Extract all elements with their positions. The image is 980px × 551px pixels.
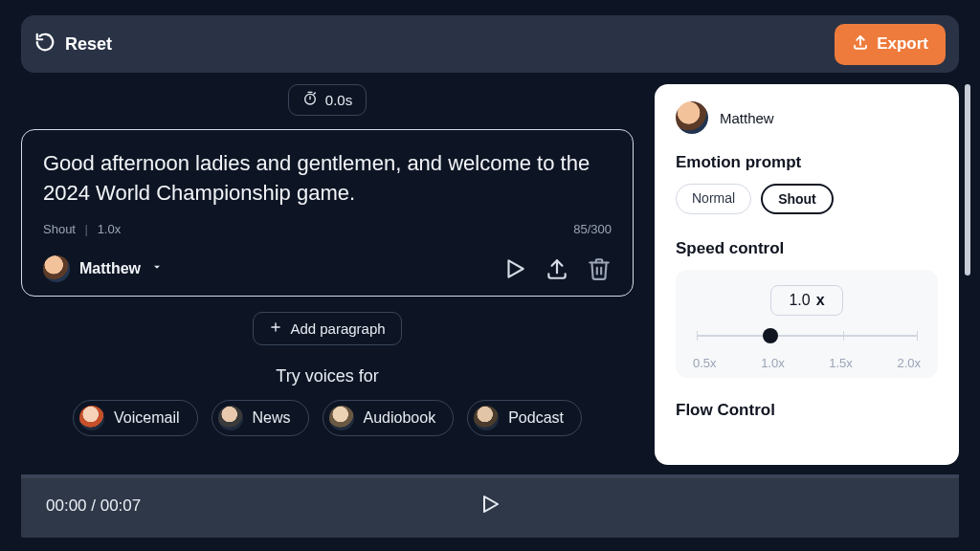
voice-select[interactable]: Matthew bbox=[43, 255, 164, 282]
avatar-icon bbox=[329, 406, 354, 430]
reset-button[interactable]: Reset bbox=[34, 32, 112, 57]
voice-chip-voicemail[interactable]: Voicemail bbox=[73, 400, 197, 436]
voice-name: Matthew bbox=[79, 260, 141, 277]
reset-label: Reset bbox=[65, 34, 112, 55]
meta-left: Shout | 1.0x bbox=[43, 222, 121, 236]
emotion-pill-shout[interactable]: Shout bbox=[761, 184, 834, 214]
svg-marker-5 bbox=[509, 260, 523, 276]
chip-label: Voicemail bbox=[114, 409, 179, 427]
slider-tick bbox=[697, 331, 698, 341]
play-icon-button[interactable] bbox=[502, 256, 527, 281]
time-display: 00:00 / 00:07 bbox=[46, 496, 141, 516]
scrollbar[interactable] bbox=[965, 84, 970, 276]
voice-chip-audiobook[interactable]: Audiobook bbox=[323, 400, 455, 436]
chip-label: Audiobook bbox=[364, 409, 436, 427]
avatar-icon bbox=[43, 255, 70, 282]
side-panel: Matthew Emotion prompt Normal Shout Spee… bbox=[655, 84, 959, 465]
avatar-icon bbox=[79, 406, 104, 430]
emotion-pills: Normal Shout bbox=[676, 184, 938, 214]
char-count: 85/300 bbox=[573, 222, 612, 236]
paragraph-card[interactable]: Good afternoon ladies and gentlemen, and… bbox=[21, 129, 634, 297]
paragraph-meta: Shout | 1.0x 85/300 bbox=[43, 222, 612, 236]
svg-marker-9 bbox=[484, 496, 498, 512]
speed-number: 1.0 bbox=[789, 292, 810, 309]
export-label: Export bbox=[877, 34, 928, 54]
chip-label: Podcast bbox=[508, 409, 564, 427]
svg-line-4 bbox=[314, 93, 315, 94]
voice-chip-podcast[interactable]: Podcast bbox=[467, 400, 582, 436]
stopwatch-icon bbox=[302, 91, 318, 109]
slider-thumb[interactable] bbox=[763, 328, 778, 343]
try-voices-title: Try voices for bbox=[21, 366, 634, 386]
tick-label: 2.0x bbox=[897, 356, 921, 370]
trash-icon-button[interactable] bbox=[587, 256, 612, 281]
voice-chip-news[interactable]: News bbox=[212, 400, 309, 436]
side-voice-name: Matthew bbox=[720, 110, 774, 126]
try-voices-section: Try voices for Voicemail News Audiobook bbox=[21, 366, 634, 436]
tick-label: 1.0x bbox=[761, 356, 785, 370]
add-paragraph-button[interactable]: Add paragraph bbox=[253, 312, 401, 345]
tick-label: 0.5x bbox=[693, 356, 717, 370]
meta-speed: 1.0x bbox=[98, 222, 122, 236]
progress-track[interactable] bbox=[21, 474, 959, 478]
duration-value: 0.0s bbox=[325, 92, 352, 108]
app-root: Reset Export 0.0s Good afternoon ladies … bbox=[0, 0, 980, 551]
tick-label: 1.5x bbox=[829, 356, 853, 370]
emotion-pill-normal[interactable]: Normal bbox=[676, 184, 751, 214]
emotion-section-title: Emotion prompt bbox=[676, 153, 938, 172]
card-bottom: Matthew bbox=[43, 255, 612, 282]
meta-sep: | bbox=[85, 222, 88, 236]
caret-down-icon bbox=[150, 260, 164, 277]
slider-track bbox=[697, 335, 917, 337]
upload-icon bbox=[852, 33, 869, 55]
content-area: 0.0s Good afternoon ladies and gentlemen… bbox=[0, 73, 980, 465]
editor-column: 0.0s Good afternoon ladies and gentlemen… bbox=[21, 84, 634, 465]
avatar-icon bbox=[474, 406, 499, 430]
paragraph-text[interactable]: Good afternoon ladies and gentlemen, and… bbox=[43, 149, 612, 209]
avatar-icon bbox=[676, 101, 708, 134]
upload-icon-button[interactable] bbox=[545, 256, 569, 281]
plus-icon bbox=[269, 320, 282, 337]
export-button[interactable]: Export bbox=[835, 24, 946, 65]
speed-section-title: Speed control bbox=[676, 239, 938, 258]
undo-icon bbox=[34, 32, 56, 57]
duration-chip[interactable]: 0.0s bbox=[288, 84, 367, 116]
playbar: 00:00 / 00:07 bbox=[21, 474, 959, 538]
topbar: Reset Export bbox=[21, 15, 959, 73]
voice-chips-row: Voicemail News Audiobook Podcast bbox=[21, 400, 634, 436]
play-icon bbox=[479, 502, 501, 518]
speed-unit: x bbox=[816, 292, 825, 309]
play-button[interactable] bbox=[479, 493, 501, 519]
chip-label: News bbox=[253, 409, 291, 427]
flow-section-title: Flow Control bbox=[676, 401, 938, 420]
slider-labels: 0.5x 1.0x 1.5x 2.0x bbox=[693, 356, 921, 370]
slider-tick bbox=[843, 331, 844, 341]
meta-emotion: Shout bbox=[43, 222, 76, 236]
side-panel-header: Matthew bbox=[676, 101, 938, 134]
speed-value-input[interactable]: 1.0 x bbox=[770, 285, 843, 316]
avatar-icon bbox=[218, 406, 243, 430]
slider-tick bbox=[917, 331, 918, 341]
card-actions bbox=[502, 256, 612, 281]
speed-slider[interactable] bbox=[697, 321, 917, 354]
speed-control-box: 1.0 x 0.5x 1.0x 1.5x 2.0x bbox=[676, 270, 938, 378]
add-paragraph-label: Add paragraph bbox=[290, 320, 385, 337]
